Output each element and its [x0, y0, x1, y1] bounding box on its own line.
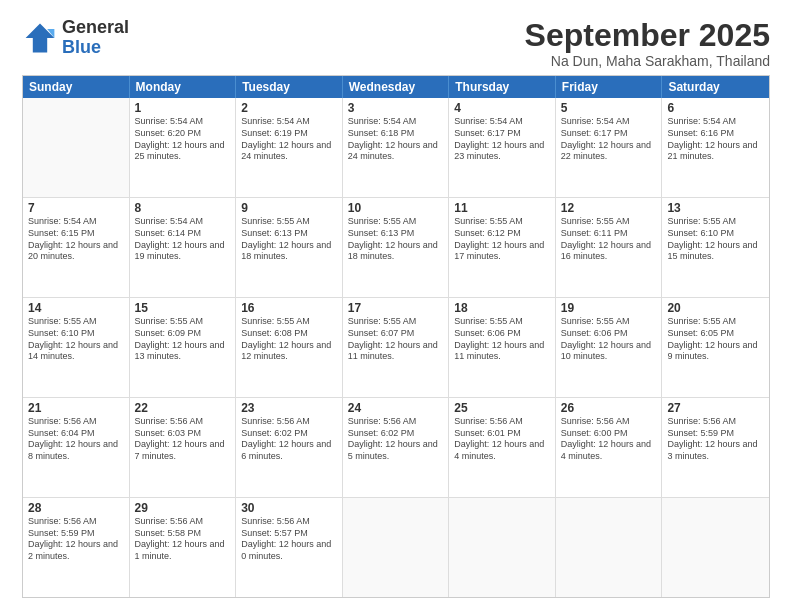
cell-sun-info: Sunrise: 5:56 AM Sunset: 5:57 PM Dayligh…	[241, 516, 337, 563]
cell-sun-info: Sunrise: 5:56 AM Sunset: 5:59 PM Dayligh…	[667, 416, 764, 463]
cal-cell-4-2: 22Sunrise: 5:56 AM Sunset: 6:03 PM Dayli…	[130, 398, 237, 497]
header-tuesday: Tuesday	[236, 76, 343, 98]
cal-cell-3-6: 19Sunrise: 5:55 AM Sunset: 6:06 PM Dayli…	[556, 298, 663, 397]
cell-sun-info: Sunrise: 5:56 AM Sunset: 5:58 PM Dayligh…	[135, 516, 231, 563]
cal-cell-5-6	[556, 498, 663, 597]
header-thursday: Thursday	[449, 76, 556, 98]
cal-cell-5-1: 28Sunrise: 5:56 AM Sunset: 5:59 PM Dayli…	[23, 498, 130, 597]
cell-date-number: 29	[135, 501, 231, 515]
page: General Blue September 2025 Na Dun, Maha…	[0, 0, 792, 612]
cell-date-number: 4	[454, 101, 550, 115]
cell-date-number: 1	[135, 101, 231, 115]
cell-sun-info: Sunrise: 5:55 AM Sunset: 6:13 PM Dayligh…	[241, 216, 337, 263]
logo-general-text: General	[62, 18, 129, 38]
cell-date-number: 9	[241, 201, 337, 215]
cell-date-number: 5	[561, 101, 657, 115]
cal-cell-3-3: 16Sunrise: 5:55 AM Sunset: 6:08 PM Dayli…	[236, 298, 343, 397]
logo: General Blue	[22, 18, 129, 58]
cell-sun-info: Sunrise: 5:55 AM Sunset: 6:10 PM Dayligh…	[28, 316, 124, 363]
cal-cell-2-3: 9Sunrise: 5:55 AM Sunset: 6:13 PM Daylig…	[236, 198, 343, 297]
cal-cell-3-4: 17Sunrise: 5:55 AM Sunset: 6:07 PM Dayli…	[343, 298, 450, 397]
calendar-title: September 2025	[525, 18, 770, 53]
calendar-body: 1Sunrise: 5:54 AM Sunset: 6:20 PM Daylig…	[23, 98, 769, 597]
cell-sun-info: Sunrise: 5:54 AM Sunset: 6:18 PM Dayligh…	[348, 116, 444, 163]
cal-cell-1-1	[23, 98, 130, 197]
cal-cell-2-5: 11Sunrise: 5:55 AM Sunset: 6:12 PM Dayli…	[449, 198, 556, 297]
cell-date-number: 21	[28, 401, 124, 415]
cell-date-number: 11	[454, 201, 550, 215]
logo-blue-text: Blue	[62, 38, 129, 58]
cell-date-number: 6	[667, 101, 764, 115]
header-sunday: Sunday	[23, 76, 130, 98]
cal-cell-4-1: 21Sunrise: 5:56 AM Sunset: 6:04 PM Dayli…	[23, 398, 130, 497]
cal-cell-5-2: 29Sunrise: 5:56 AM Sunset: 5:58 PM Dayli…	[130, 498, 237, 597]
cell-date-number: 26	[561, 401, 657, 415]
cell-date-number: 19	[561, 301, 657, 315]
cal-cell-5-7	[662, 498, 769, 597]
cell-date-number: 30	[241, 501, 337, 515]
cal-cell-3-7: 20Sunrise: 5:55 AM Sunset: 6:05 PM Dayli…	[662, 298, 769, 397]
cal-cell-2-7: 13Sunrise: 5:55 AM Sunset: 6:10 PM Dayli…	[662, 198, 769, 297]
cell-date-number: 20	[667, 301, 764, 315]
logo-text: General Blue	[62, 18, 129, 58]
cell-sun-info: Sunrise: 5:55 AM Sunset: 6:07 PM Dayligh…	[348, 316, 444, 363]
calendar-header: Sunday Monday Tuesday Wednesday Thursday…	[23, 76, 769, 98]
cell-date-number: 24	[348, 401, 444, 415]
cell-date-number: 28	[28, 501, 124, 515]
cell-date-number: 25	[454, 401, 550, 415]
cell-sun-info: Sunrise: 5:56 AM Sunset: 6:03 PM Dayligh…	[135, 416, 231, 463]
cal-cell-5-4	[343, 498, 450, 597]
svg-marker-0	[26, 23, 55, 52]
cal-cell-1-4: 3Sunrise: 5:54 AM Sunset: 6:18 PM Daylig…	[343, 98, 450, 197]
cell-date-number: 3	[348, 101, 444, 115]
cal-cell-1-2: 1Sunrise: 5:54 AM Sunset: 6:20 PM Daylig…	[130, 98, 237, 197]
cal-cell-4-6: 26Sunrise: 5:56 AM Sunset: 6:00 PM Dayli…	[556, 398, 663, 497]
cell-date-number: 7	[28, 201, 124, 215]
cell-date-number: 22	[135, 401, 231, 415]
cell-sun-info: Sunrise: 5:55 AM Sunset: 6:06 PM Dayligh…	[454, 316, 550, 363]
calendar-row-4: 21Sunrise: 5:56 AM Sunset: 6:04 PM Dayli…	[23, 397, 769, 497]
header-monday: Monday	[130, 76, 237, 98]
cell-date-number: 12	[561, 201, 657, 215]
cal-cell-5-3: 30Sunrise: 5:56 AM Sunset: 5:57 PM Dayli…	[236, 498, 343, 597]
cell-sun-info: Sunrise: 5:54 AM Sunset: 6:19 PM Dayligh…	[241, 116, 337, 163]
calendar-row-3: 14Sunrise: 5:55 AM Sunset: 6:10 PM Dayli…	[23, 297, 769, 397]
cal-cell-3-2: 15Sunrise: 5:55 AM Sunset: 6:09 PM Dayli…	[130, 298, 237, 397]
cal-cell-1-7: 6Sunrise: 5:54 AM Sunset: 6:16 PM Daylig…	[662, 98, 769, 197]
cell-date-number: 2	[241, 101, 337, 115]
cal-cell-4-3: 23Sunrise: 5:56 AM Sunset: 6:02 PM Dayli…	[236, 398, 343, 497]
cell-date-number: 13	[667, 201, 764, 215]
cell-date-number: 10	[348, 201, 444, 215]
cell-sun-info: Sunrise: 5:55 AM Sunset: 6:05 PM Dayligh…	[667, 316, 764, 363]
cell-sun-info: Sunrise: 5:55 AM Sunset: 6:09 PM Dayligh…	[135, 316, 231, 363]
cell-date-number: 15	[135, 301, 231, 315]
cell-date-number: 14	[28, 301, 124, 315]
cell-sun-info: Sunrise: 5:54 AM Sunset: 6:20 PM Dayligh…	[135, 116, 231, 163]
cal-cell-2-6: 12Sunrise: 5:55 AM Sunset: 6:11 PM Dayli…	[556, 198, 663, 297]
cell-sun-info: Sunrise: 5:56 AM Sunset: 6:01 PM Dayligh…	[454, 416, 550, 463]
cell-sun-info: Sunrise: 5:54 AM Sunset: 6:14 PM Dayligh…	[135, 216, 231, 263]
cell-date-number: 27	[667, 401, 764, 415]
cell-sun-info: Sunrise: 5:55 AM Sunset: 6:10 PM Dayligh…	[667, 216, 764, 263]
cell-date-number: 16	[241, 301, 337, 315]
header-wednesday: Wednesday	[343, 76, 450, 98]
cal-cell-2-4: 10Sunrise: 5:55 AM Sunset: 6:13 PM Dayli…	[343, 198, 450, 297]
header-saturday: Saturday	[662, 76, 769, 98]
cell-date-number: 17	[348, 301, 444, 315]
cell-sun-info: Sunrise: 5:55 AM Sunset: 6:08 PM Dayligh…	[241, 316, 337, 363]
cal-cell-4-4: 24Sunrise: 5:56 AM Sunset: 6:02 PM Dayli…	[343, 398, 450, 497]
cell-sun-info: Sunrise: 5:55 AM Sunset: 6:11 PM Dayligh…	[561, 216, 657, 263]
cell-date-number: 8	[135, 201, 231, 215]
cell-sun-info: Sunrise: 5:56 AM Sunset: 6:02 PM Dayligh…	[241, 416, 337, 463]
cell-sun-info: Sunrise: 5:56 AM Sunset: 6:04 PM Dayligh…	[28, 416, 124, 463]
cal-cell-3-1: 14Sunrise: 5:55 AM Sunset: 6:10 PM Dayli…	[23, 298, 130, 397]
cell-date-number: 18	[454, 301, 550, 315]
cal-cell-2-1: 7Sunrise: 5:54 AM Sunset: 6:15 PM Daylig…	[23, 198, 130, 297]
cell-sun-info: Sunrise: 5:55 AM Sunset: 6:12 PM Dayligh…	[454, 216, 550, 263]
cell-sun-info: Sunrise: 5:56 AM Sunset: 6:02 PM Dayligh…	[348, 416, 444, 463]
logo-icon	[22, 20, 58, 56]
calendar-subtitle: Na Dun, Maha Sarakham, Thailand	[525, 53, 770, 69]
cal-cell-2-2: 8Sunrise: 5:54 AM Sunset: 6:14 PM Daylig…	[130, 198, 237, 297]
cell-sun-info: Sunrise: 5:55 AM Sunset: 6:13 PM Dayligh…	[348, 216, 444, 263]
header: General Blue September 2025 Na Dun, Maha…	[22, 18, 770, 69]
